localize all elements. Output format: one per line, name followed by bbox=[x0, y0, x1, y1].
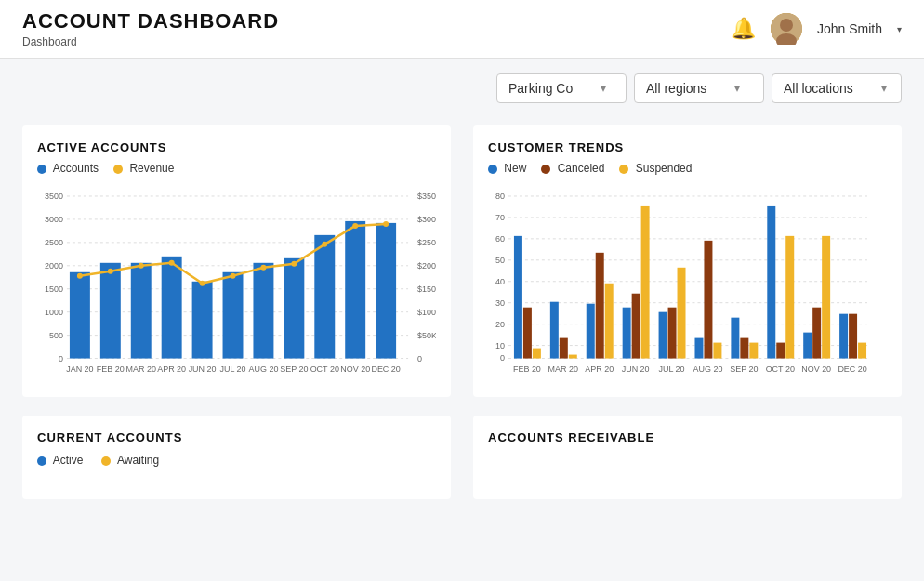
svg-text:JAN 20: JAN 20 bbox=[66, 364, 93, 374]
svg-point-40 bbox=[139, 263, 144, 269]
svg-rect-100 bbox=[776, 343, 785, 359]
accounts-legend-dot bbox=[37, 165, 46, 174]
svg-text:70: 70 bbox=[495, 213, 505, 222]
customer-trends-title: CUSTOMER TRENDS bbox=[488, 140, 887, 154]
svg-rect-107 bbox=[858, 343, 866, 359]
current-accounts-legend: Active Awaiting bbox=[37, 454, 436, 467]
chevron-down-icon[interactable]: ▾ bbox=[897, 24, 902, 34]
active-accounts-legend: Accounts Revenue bbox=[37, 162, 436, 175]
svg-text:JUL 20: JUL 20 bbox=[219, 364, 245, 374]
location-filter[interactable]: All locations ▾ bbox=[772, 73, 902, 103]
revenue-legend-dot bbox=[113, 165, 123, 174]
svg-point-1 bbox=[780, 19, 793, 32]
svg-text:JUN 20: JUN 20 bbox=[622, 364, 650, 374]
svg-rect-82 bbox=[560, 338, 568, 359]
header-left: ACCOUNT DASHBOARD Dashboard bbox=[22, 9, 279, 48]
accounts-receivable-card: ACCOUNTS RECEIVABLE bbox=[473, 416, 902, 499]
legend-new: New bbox=[488, 162, 526, 175]
canceled-legend-dot bbox=[541, 165, 550, 174]
svg-rect-86 bbox=[605, 284, 614, 359]
current-accounts-title: CURRENT ACCOUNTS bbox=[37, 430, 436, 444]
svg-text:1000: 1000 bbox=[45, 308, 63, 317]
svg-rect-96 bbox=[731, 318, 739, 359]
svg-rect-106 bbox=[849, 314, 857, 359]
active-accounts-title: ACTIVE ACCOUNTS bbox=[37, 140, 436, 154]
header-right: 🔔 John Smith ▾ bbox=[731, 13, 902, 45]
company-filter-arrow: ▾ bbox=[601, 82, 606, 95]
region-filter[interactable]: All regions ▾ bbox=[634, 73, 764, 103]
svg-text:APR 20: APR 20 bbox=[157, 364, 186, 374]
svg-text:JUN 20: JUN 20 bbox=[189, 364, 217, 374]
legend-accounts: Accounts bbox=[37, 162, 99, 175]
legend-suspended: Suspended bbox=[619, 162, 692, 175]
svg-rect-36 bbox=[345, 221, 365, 359]
accounts-receivable-title: ACCOUNTS RECEIVABLE bbox=[488, 430, 887, 444]
current-accounts-card: CURRENT ACCOUNTS Active Awaiting bbox=[22, 416, 451, 499]
svg-text:20: 20 bbox=[495, 320, 505, 329]
svg-rect-104 bbox=[822, 236, 830, 359]
svg-text:0: 0 bbox=[59, 354, 63, 363]
svg-text:$150K: $150K bbox=[417, 284, 436, 294]
active-legend-dot bbox=[37, 456, 46, 466]
svg-rect-35 bbox=[314, 235, 335, 359]
svg-text:NOV 20: NOV 20 bbox=[801, 364, 831, 374]
svg-text:FEB 20: FEB 20 bbox=[97, 364, 125, 374]
svg-text:MAR 20: MAR 20 bbox=[126, 364, 156, 374]
svg-rect-105 bbox=[839, 314, 848, 359]
svg-point-46 bbox=[322, 242, 327, 247]
svg-text:0: 0 bbox=[417, 354, 422, 363]
customer-trends-svg-container: .axis-label2 { font-size: 9px; fill: #66… bbox=[488, 182, 887, 390]
legend-revenue: Revenue bbox=[113, 162, 174, 175]
svg-text:2000: 2000 bbox=[45, 261, 63, 271]
svg-rect-102 bbox=[803, 333, 812, 359]
svg-rect-94 bbox=[704, 241, 712, 359]
svg-point-43 bbox=[231, 273, 236, 279]
svg-text:NOV 20: NOV 20 bbox=[340, 364, 370, 374]
page-title: ACCOUNT DASHBOARD bbox=[22, 9, 279, 33]
company-filter[interactable]: Parking Co ▾ bbox=[496, 73, 627, 103]
customer-trends-legend: New Canceled Suspended bbox=[488, 162, 887, 175]
active-accounts-chart: ACTIVE ACCOUNTS Accounts Revenue .axis-l… bbox=[22, 125, 451, 397]
svg-text:30: 30 bbox=[495, 298, 505, 308]
svg-rect-79 bbox=[523, 308, 532, 359]
svg-rect-28 bbox=[100, 263, 121, 359]
svg-rect-93 bbox=[694, 338, 703, 359]
bottom-row: CURRENT ACCOUNTS Active Awaiting ACCOUNT… bbox=[22, 416, 902, 499]
active-accounts-svg-container: .axis-label { font-size: 9px; fill: #666… bbox=[37, 182, 436, 390]
svg-text:AUG 20: AUG 20 bbox=[248, 364, 278, 374]
charts-row: ACTIVE ACCOUNTS Accounts Revenue .axis-l… bbox=[22, 125, 902, 397]
svg-rect-84 bbox=[587, 304, 595, 359]
svg-rect-98 bbox=[749, 343, 758, 359]
svg-text:OCT 20: OCT 20 bbox=[310, 364, 339, 374]
awaiting-legend-dot bbox=[101, 456, 111, 466]
bell-icon[interactable]: 🔔 bbox=[731, 17, 756, 41]
svg-rect-85 bbox=[596, 253, 604, 359]
customer-trends-chart: CUSTOMER TRENDS New Canceled Suspended bbox=[473, 125, 902, 397]
svg-rect-32 bbox=[223, 272, 244, 359]
svg-rect-89 bbox=[641, 206, 650, 359]
svg-text:60: 60 bbox=[495, 234, 505, 244]
svg-text:JUL 20: JUL 20 bbox=[658, 364, 684, 374]
svg-text:$300K: $300K bbox=[417, 215, 436, 224]
svg-text:$200K: $200K bbox=[417, 261, 436, 271]
svg-text:2500: 2500 bbox=[45, 238, 63, 247]
svg-text:500: 500 bbox=[49, 331, 63, 340]
user-name: John Smith bbox=[817, 21, 882, 36]
customer-trends-svg: .axis-label2 { font-size: 9px; fill: #66… bbox=[488, 182, 887, 386]
svg-rect-81 bbox=[550, 302, 559, 359]
svg-text:$50K: $50K bbox=[417, 331, 436, 340]
svg-rect-90 bbox=[659, 312, 667, 359]
svg-text:3500: 3500 bbox=[45, 191, 63, 201]
legend-canceled: Canceled bbox=[541, 162, 604, 175]
main-content: ACTIVE ACCOUNTS Accounts Revenue .axis-l… bbox=[0, 118, 924, 522]
svg-point-42 bbox=[200, 281, 205, 286]
svg-text:OCT 20: OCT 20 bbox=[766, 364, 795, 374]
svg-rect-37 bbox=[376, 223, 396, 359]
svg-text:DEC 20: DEC 20 bbox=[371, 364, 400, 374]
svg-text:APR 20: APR 20 bbox=[585, 364, 614, 374]
svg-point-45 bbox=[291, 261, 297, 267]
svg-text:DEC 20: DEC 20 bbox=[838, 364, 866, 374]
svg-text:$100K: $100K bbox=[417, 308, 436, 317]
svg-point-41 bbox=[169, 260, 175, 266]
svg-text:80: 80 bbox=[495, 191, 505, 201]
